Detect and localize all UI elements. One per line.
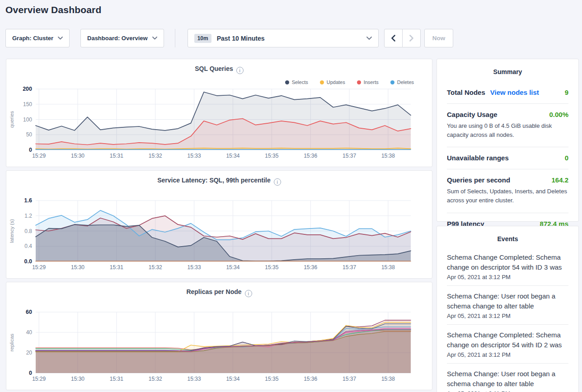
svg-text:15:31: 15:31 bbox=[110, 376, 123, 382]
svg-text:1.6: 1.6 bbox=[24, 197, 32, 204]
svg-text:15:36: 15:36 bbox=[304, 376, 317, 382]
event-item: Schema Change Completed: Schema change o… bbox=[447, 247, 568, 286]
svg-text:40: 40 bbox=[26, 329, 33, 336]
dashboard-dropdown[interactable]: Dashboard: Overview bbox=[80, 29, 164, 47]
summary-row-unavailable-ranges: Unavailable ranges 0 bbox=[447, 147, 568, 169]
svg-text:15:36: 15:36 bbox=[304, 153, 317, 159]
chevron-down-icon bbox=[366, 37, 372, 40]
service-latency-plot[interactable]: 15:2915:3015:3115:3215:3315:3415:3515:36… bbox=[6, 171, 433, 279]
graph-dropdown-label: Graph: Cluster bbox=[12, 35, 53, 42]
time-nav-group bbox=[384, 29, 421, 47]
svg-text:15:31: 15:31 bbox=[110, 264, 123, 271]
svg-text:50: 50 bbox=[26, 131, 33, 138]
summary-description: You are using 0 B of 4.5 GiB usable disk… bbox=[447, 121, 568, 140]
events-title: Events bbox=[437, 226, 578, 244]
svg-text:100: 100 bbox=[23, 117, 32, 123]
dashboard-dropdown-label: Dashboard: Overview bbox=[87, 35, 148, 42]
svg-text:15:34: 15:34 bbox=[226, 264, 239, 271]
event-timestamp: Apr 05, 2021 at 3:12 PM bbox=[447, 351, 568, 358]
svg-text:15:34: 15:34 bbox=[226, 153, 239, 159]
toolbar-divider bbox=[175, 29, 175, 47]
svg-text:15:37: 15:37 bbox=[343, 153, 356, 159]
svg-text:15:37: 15:37 bbox=[343, 264, 356, 271]
chart-card-service-latency: Service Latency: SQL, 99th percentilei 1… bbox=[6, 170, 432, 279]
chart-card-sql-queries: SQL Queriesi SelectsUpdatesInsertsDelete… bbox=[6, 59, 432, 167]
summary-value: 164.2 bbox=[551, 176, 568, 184]
event-text: Schema Change: User root began a schema … bbox=[447, 291, 568, 311]
time-range-badge: 10m bbox=[194, 34, 211, 43]
summary-description: Sum of Selects, Updates, Inserts, and De… bbox=[447, 187, 568, 205]
event-item: Schema Change: User root began a schema … bbox=[447, 286, 568, 325]
event-item: Schema Change: User root began a schema … bbox=[447, 364, 568, 392]
summary-row-capacity-usage: Capacity Usage 0.00% You are using 0 B o… bbox=[447, 104, 568, 147]
chart-card-replicas-per-node: Replicas per Nodei 15:2915:3015:3115:321… bbox=[6, 282, 432, 390]
summary-label: Unavailable ranges bbox=[447, 154, 509, 162]
sql-queries-plot[interactable]: 15:2915:3015:3115:3215:3315:3415:3515:36… bbox=[6, 59, 433, 168]
view-nodes-list-link[interactable]: View nodes list bbox=[490, 89, 539, 96]
event-timestamp: Apr 05, 2021 at 3:11 PM bbox=[447, 390, 568, 392]
event-item: Schema Change Completed: Schema change o… bbox=[447, 325, 568, 364]
summary-title: Summary bbox=[437, 59, 578, 77]
events-panel: Events Schema Change Completed: Schema c… bbox=[436, 226, 579, 392]
event-text: Schema Change Completed: Schema change o… bbox=[447, 330, 568, 350]
svg-text:15:37: 15:37 bbox=[343, 376, 356, 382]
overview-dashboard-page: Overview Dashboard Graph: Cluster Dashbo… bbox=[0, 0, 582, 392]
summary-value: 0.00% bbox=[549, 111, 568, 118]
svg-text:15:29: 15:29 bbox=[32, 153, 46, 159]
svg-text:15:32: 15:32 bbox=[149, 264, 162, 271]
svg-text:15:38: 15:38 bbox=[381, 376, 395, 382]
svg-text:0.0: 0.0 bbox=[24, 258, 32, 265]
svg-text:15:33: 15:33 bbox=[188, 264, 201, 271]
time-next-button[interactable] bbox=[402, 29, 421, 47]
time-prev-button[interactable] bbox=[384, 29, 403, 47]
svg-text:150: 150 bbox=[23, 101, 32, 107]
svg-text:15:30: 15:30 bbox=[71, 376, 84, 382]
svg-text:200: 200 bbox=[23, 86, 32, 92]
summary-row-queries-per-second: Queries per second 164.2 Sum of Selects,… bbox=[447, 169, 568, 213]
summary-label: Capacity Usage bbox=[447, 111, 498, 118]
svg-text:15:34: 15:34 bbox=[226, 376, 239, 382]
event-text: Schema Change Completed: Schema change o… bbox=[447, 252, 568, 272]
svg-text:15:31: 15:31 bbox=[110, 153, 123, 159]
event-timestamp: Apr 05, 2021 at 3:12 PM bbox=[447, 313, 568, 319]
svg-text:0: 0 bbox=[29, 370, 32, 376]
summary-panel: Summary Total Nodes View nodes list 9 Ca… bbox=[436, 59, 579, 222]
summary-row-total-nodes: Total Nodes View nodes list 9 bbox=[447, 82, 568, 104]
svg-text:1.2: 1.2 bbox=[24, 213, 32, 219]
time-range-dropdown[interactable]: 10m Past 10 Minutes bbox=[188, 29, 379, 47]
summary-label: Queries per second bbox=[447, 176, 510, 184]
graph-dropdown[interactable]: Graph: Cluster bbox=[5, 29, 70, 47]
svg-text:15:32: 15:32 bbox=[149, 153, 162, 159]
chevron-right-icon bbox=[409, 35, 413, 42]
chevron-down-icon bbox=[152, 37, 157, 40]
svg-text:latency (s): latency (s) bbox=[9, 219, 14, 243]
svg-text:15:30: 15:30 bbox=[71, 264, 84, 271]
svg-text:15:35: 15:35 bbox=[265, 153, 278, 159]
svg-text:15:38: 15:38 bbox=[381, 153, 395, 159]
svg-text:20: 20 bbox=[26, 350, 33, 356]
summary-value: 0 bbox=[565, 154, 568, 162]
svg-text:0.4: 0.4 bbox=[24, 243, 32, 249]
svg-text:0.8: 0.8 bbox=[24, 228, 32, 234]
summary-value: 9 bbox=[565, 89, 568, 96]
svg-text:0: 0 bbox=[29, 147, 32, 153]
svg-text:queries: queries bbox=[9, 111, 14, 128]
svg-text:15:33: 15:33 bbox=[188, 153, 201, 159]
svg-text:15:38: 15:38 bbox=[381, 264, 395, 271]
now-button[interactable]: Now bbox=[424, 29, 454, 47]
svg-text:15:35: 15:35 bbox=[265, 264, 278, 271]
replicas-per-node-plot[interactable]: 15:2915:3015:3115:3215:3315:3415:3515:36… bbox=[6, 282, 433, 391]
svg-text:15:29: 15:29 bbox=[32, 376, 46, 382]
time-range-label: Past 10 Minutes bbox=[217, 35, 265, 42]
svg-text:60: 60 bbox=[26, 309, 32, 315]
toolbar: Graph: Cluster Dashboard: Overview 10m P… bbox=[5, 29, 453, 47]
chevron-left-icon bbox=[391, 35, 395, 42]
events-list: Schema Change Completed: Schema change o… bbox=[437, 247, 578, 392]
event-text: Schema Change: User root began a schema … bbox=[447, 369, 568, 389]
svg-text:replicas: replicas bbox=[9, 333, 14, 351]
page-title: Overview Dashboard bbox=[5, 5, 102, 15]
summary-rows: Total Nodes View nodes list 9 Capacity U… bbox=[437, 82, 578, 235]
svg-text:15:35: 15:35 bbox=[265, 376, 278, 382]
chevron-down-icon bbox=[58, 37, 63, 40]
svg-text:15:30: 15:30 bbox=[71, 153, 84, 159]
